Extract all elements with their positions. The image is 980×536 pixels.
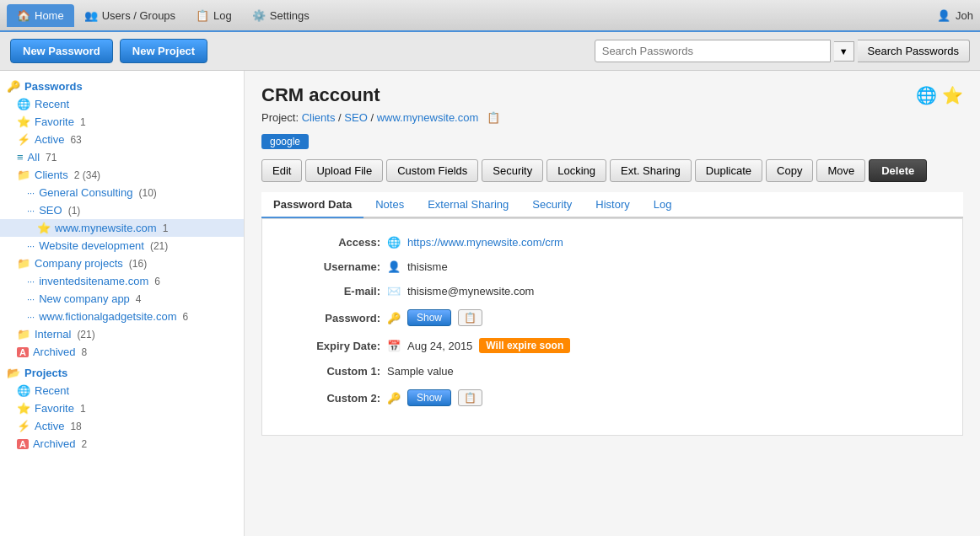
sidebar-item-internal[interactable]: 📁 Internal (21)	[0, 325, 244, 343]
breadcrumb-clients[interactable]: Clients	[302, 111, 336, 124]
upload-file-button[interactable]: Upload File	[305, 159, 383, 182]
proj-archived-icon: A	[17, 439, 29, 449]
nav-user[interactable]: 👤 Joh	[937, 9, 973, 22]
sidebar-internal-label: Internal	[35, 328, 71, 340]
folder-icon-int: 📁	[17, 328, 30, 340]
gc-count: (10)	[138, 187, 156, 199]
log-icon: 📋	[196, 9, 209, 22]
ext-sharing-button[interactable]: Ext. Sharing	[610, 159, 692, 182]
star-icon-site: ⭐	[37, 222, 51, 234]
sidebar-item-inventedsitename[interactable]: ··· inventedsitename.com 6	[0, 272, 244, 290]
password-key-icon: 🔑	[387, 312, 401, 324]
main-layout: 🔑 Passwords 🌐 Recent ⭐ Favorite 1 ⚡ Acti…	[0, 71, 980, 536]
custom2-copy-button[interactable]: 📋	[458, 389, 482, 406]
sidebar-item-all[interactable]: ≡ All 71	[0, 148, 244, 166]
sidebar-fict-label: www.fictionalgadgetsite.com	[39, 310, 176, 323]
search-input[interactable]	[595, 40, 831, 62]
favorite-star-icon[interactable]: ⭐	[942, 85, 963, 105]
user-icon: 👤	[387, 260, 401, 273]
folder-icon-inv: ···	[27, 276, 35, 287]
sidebar-projects-header[interactable]: 📂 Projects	[0, 364, 244, 382]
password-label: Password:	[288, 312, 380, 324]
tab-log-label: Log	[654, 198, 672, 211]
copy-link-icon[interactable]: 📋	[487, 111, 500, 124]
search-dropdown-button[interactable]: ▼	[834, 41, 854, 62]
breadcrumb: Project: Clients / SEO / www.mynewsite.c…	[261, 111, 963, 124]
copy-button[interactable]: Copy	[766, 159, 813, 182]
nav-settings[interactable]: ⚙️ Settings	[242, 4, 320, 27]
sidebar-item-general-consulting[interactable]: ··· General Consulting (10)	[0, 184, 244, 201]
tab-log[interactable]: Log	[642, 192, 684, 218]
site-count: 1	[163, 222, 169, 234]
password-copy-button[interactable]: 📋	[458, 309, 482, 326]
proj-star-icon: ⭐	[17, 402, 30, 415]
sidebar-item-proj-favorite[interactable]: ⭐ Favorite 1	[0, 399, 244, 417]
sidebar-item-website-dev[interactable]: ··· Website development (21)	[0, 237, 244, 255]
new-project-button[interactable]: New Project	[120, 39, 207, 63]
proj-archived-count: 2	[82, 438, 88, 450]
nav-log[interactable]: 📋 Log	[186, 4, 242, 27]
proj-active-count: 18	[70, 421, 81, 432]
sidebar-item-recent[interactable]: 🌐 Recent	[0, 95, 244, 113]
sidebar-cp-label: Company projects	[35, 257, 123, 270]
sidebar-item-mynewsite[interactable]: ⭐ www.mynewsite.com 1	[0, 219, 244, 237]
password-row: Password: 🔑 Show 📋	[288, 309, 937, 326]
tab-external-sharing[interactable]: External Sharing	[416, 192, 520, 218]
tab-security[interactable]: Security	[520, 192, 584, 218]
sidebar-item-new-company-app[interactable]: ··· New company app 4	[0, 290, 244, 308]
sidebar-item-proj-archived[interactable]: A Archived 2	[0, 435, 244, 453]
breadcrumb-site[interactable]: www.mynewsite.com	[377, 111, 479, 124]
sidebar-passwords-header[interactable]: 🔑 Passwords	[0, 78, 244, 95]
sidebar-item-archived[interactable]: A Archived 8	[0, 343, 244, 361]
delete-button[interactable]: Delete	[869, 159, 927, 182]
tab-password-data[interactable]: Password Data	[261, 192, 363, 218]
security-button[interactable]: Security	[482, 159, 543, 182]
custom2-show-button[interactable]: Show	[407, 389, 451, 406]
sidebar-item-proj-active[interactable]: ⚡ Active 18	[0, 417, 244, 435]
tab-history[interactable]: History	[584, 192, 641, 218]
tab-notes[interactable]: Notes	[363, 192, 416, 218]
search-wrap: ▼ Search Passwords	[595, 40, 970, 62]
folder-icon-seo: ···	[27, 206, 35, 216]
custom1-row: Custom 1: Sample value	[288, 365, 937, 378]
user-avatar-icon: 👤	[937, 9, 950, 22]
folder-icon-fict: ···	[27, 312, 35, 322]
globe-link-icon[interactable]: 🌐	[916, 85, 937, 105]
home-icon: 🏠	[17, 9, 30, 22]
nav-home[interactable]: 🏠 Home	[7, 4, 74, 27]
sidebar-nca-label: New company app	[39, 292, 130, 305]
sidebar-item-fictional[interactable]: ··· www.fictionalgadgetsite.com 6	[0, 308, 244, 325]
nav-users-groups[interactable]: 👥 Users / Groups	[74, 4, 186, 27]
sidebar-item-proj-recent[interactable]: 🌐 Recent	[0, 382, 244, 399]
inv-count: 6	[154, 276, 160, 287]
custom1-value: Sample value	[387, 365, 454, 378]
sidebar-item-active[interactable]: ⚡ Active 63	[0, 131, 244, 148]
folder-icon-nca: ···	[27, 294, 35, 304]
folder-icon-clients: 📁	[17, 169, 30, 181]
passwords-label: Passwords	[24, 80, 83, 93]
breadcrumb-seo[interactable]: SEO	[344, 111, 367, 124]
locking-button[interactable]: Locking	[547, 159, 606, 182]
access-link[interactable]: https://www.mynewsite.com/crm	[407, 236, 563, 249]
key-icon: 🔑	[7, 80, 20, 93]
move-button[interactable]: Move	[816, 159, 865, 182]
expiry-value: Aug 24, 2015	[407, 340, 472, 352]
duplicate-button[interactable]: Duplicate	[695, 159, 762, 182]
tab-external-sharing-label: External Sharing	[428, 198, 509, 211]
sidebar-item-clients[interactable]: 📁 Clients 2 (34)	[0, 166, 244, 184]
edit-button[interactable]: Edit	[261, 159, 302, 182]
password-show-button[interactable]: Show	[407, 309, 451, 326]
custom2-row: Custom 2: 🔑 Show 📋	[288, 389, 937, 406]
top-nav: 🏠 Home 👥 Users / Groups 📋 Log ⚙️ Setting…	[0, 0, 980, 32]
fict-count: 6	[182, 311, 188, 323]
content-header: CRM account 🌐 ⭐	[261, 84, 963, 106]
search-button[interactable]: Search Passwords	[858, 40, 970, 62]
projects-label: Projects	[24, 367, 67, 379]
custom-fields-button[interactable]: Custom Fields	[386, 159, 478, 182]
sidebar-item-favorite[interactable]: ⭐ Favorite 1	[0, 113, 244, 131]
nav-home-label: Home	[35, 9, 64, 22]
new-password-button[interactable]: New Password	[10, 39, 113, 63]
sidebar-item-company-projects[interactable]: 📁 Company projects (16)	[0, 255, 244, 272]
sidebar-item-seo[interactable]: ··· SEO (1)	[0, 201, 244, 219]
proj-archived-label: Archived	[33, 437, 76, 450]
